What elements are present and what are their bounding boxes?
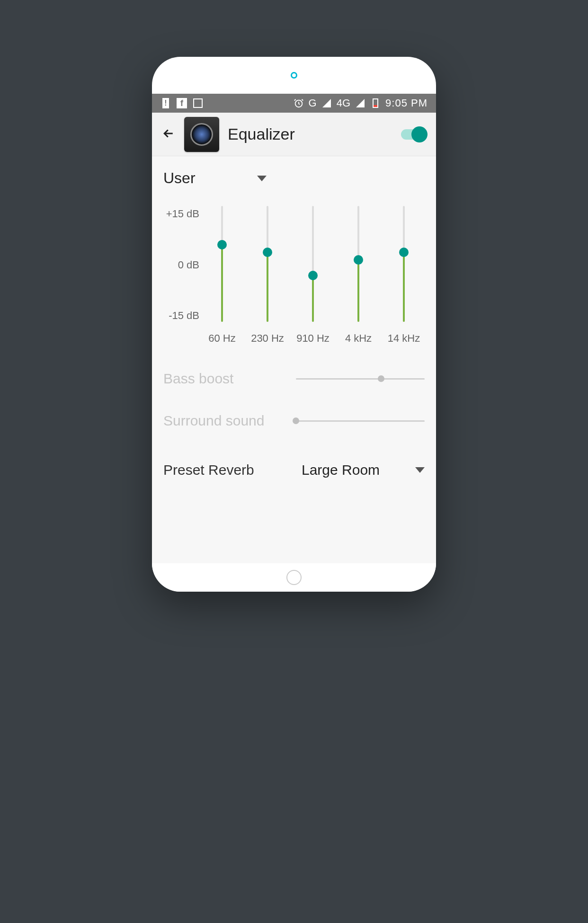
reverb-selected: Large Room [296,462,415,478]
screenshot-icon [193,98,203,108]
battery-warning-icon: ! [160,98,171,108]
app-bar: Equalizer [152,113,436,156]
surround-slider[interactable] [296,420,425,422]
band-label: 910 Hz [296,332,330,345]
band-230hz: 230 Hz [249,206,286,345]
chevron-down-icon [257,176,267,181]
band-slider-230hz[interactable] [267,206,268,322]
bass-boost-slider[interactable] [296,378,425,380]
axis-max: +15 dB [163,208,199,220]
band-slider-60hz[interactable] [221,206,223,322]
equalizer-toggle[interactable] [401,129,427,140]
phone-frame: ! f G 4G 9:05 PM Equalizer Us [152,57,436,592]
status-bar: ! f G 4G 9:05 PM [152,94,436,113]
alarm-icon [294,98,304,108]
band-label: 60 Hz [208,332,235,345]
band-slider-910hz[interactable] [312,206,314,322]
band-label: 4 kHz [345,332,372,345]
db-axis: +15 dB 0 dB -15 dB [163,206,199,322]
bass-boost-label: Bass boost [163,371,296,387]
axis-mid: 0 dB [163,259,199,271]
band-60hz: 60 Hz [203,206,241,345]
preset-reverb-row[interactable]: Preset Reverb Large Room [161,462,427,478]
battery-low-icon [370,98,381,108]
network-4g-label: 4G [337,97,350,109]
band-label: 14 kHz [388,332,420,345]
back-button[interactable] [161,126,176,142]
band-4khz: 4 kHz [339,206,377,345]
network-g-label: G [309,97,317,109]
camera-dot [291,72,297,79]
page-title: Equalizer [228,125,295,143]
band-label: 230 Hz [251,332,284,345]
axis-min: -15 dB [163,310,199,322]
equalizer-graph: +15 dB 0 dB -15 dB 60 Hz 230 Hz 910 Hz [161,206,427,345]
clock-time: 9:05 PM [385,97,428,109]
reverb-label: Preset Reverb [163,462,296,478]
band-sliders: 60 Hz 230 Hz 910 Hz 4 kHz 14 kHz [199,206,427,345]
signal-icon-1 [321,98,332,108]
surround-row: Surround sound [161,413,427,429]
bass-boost-row: Bass boost [161,371,427,387]
signal-icon-2 [355,98,365,108]
chevron-down-icon [415,467,425,473]
band-14khz: 14 kHz [385,206,423,345]
band-slider-4khz[interactable] [357,206,359,322]
preset-selected: User [163,169,196,187]
band-910hz: 910 Hz [294,206,332,345]
home-button[interactable] [286,570,302,585]
nav-bar [152,563,436,592]
band-slider-14khz[interactable] [403,206,405,322]
content-area: User +15 dB 0 dB -15 dB 60 Hz 230 Hz [152,156,436,563]
surround-label: Surround sound [163,413,296,429]
app-icon-speaker [184,117,219,152]
facebook-icon: f [177,98,187,108]
preset-dropdown[interactable]: User [161,169,427,187]
